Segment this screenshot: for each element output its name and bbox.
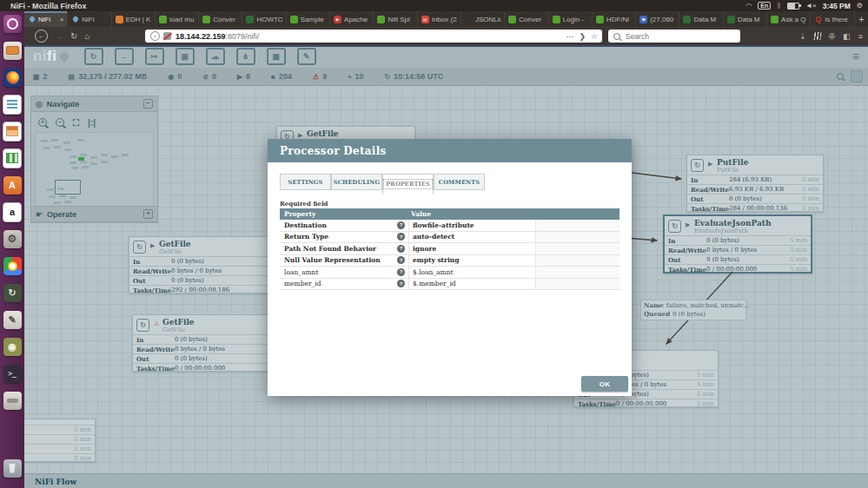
property-info-icon[interactable]: ? <box>397 245 405 253</box>
dock-files[interactable] <box>3 41 22 60</box>
property-value-cell[interactable]: flowfile-attribute <box>408 220 535 231</box>
minimap-viewport[interactable] <box>55 180 81 195</box>
property-info-icon[interactable]: ? <box>397 233 405 241</box>
dock-amazon[interactable]: a <box>3 202 22 221</box>
browser-tab[interactable]: NiFi <box>68 11 111 27</box>
breadcrumb[interactable]: NiFi Flow <box>35 478 76 486</box>
property-info-icon[interactable]: ? <box>397 256 405 264</box>
wifi-icon[interactable]: ◠ <box>745 0 752 11</box>
clock[interactable]: 3:45 PM <box>823 2 851 10</box>
volume-muted-icon[interactable]: ◄× <box>805 0 817 11</box>
label-icon[interactable]: ✎ <box>297 48 316 65</box>
dock-firefox[interactable] <box>3 68 22 87</box>
processor-icon[interactable]: ↻ <box>84 48 103 65</box>
keyboard-layout-indicator[interactable]: En <box>758 2 771 10</box>
library-icon[interactable] <box>813 32 821 40</box>
browser-tab[interactable]: ▶Apache <box>330 11 374 27</box>
browser-tab[interactable]: HOWTO <box>242 11 286 27</box>
property-info-icon[interactable]: ? <box>397 268 405 276</box>
browser-tab[interactable]: Data M <box>724 11 767 27</box>
property-value-cell[interactable]: auto-detect <box>408 232 535 243</box>
back-button[interactable]: ← <box>35 30 48 43</box>
property-info-icon[interactable]: ? <box>397 280 405 287</box>
browser-tab[interactable]: Sample <box>287 11 330 27</box>
search-input[interactable] <box>624 31 723 42</box>
page-actions-icon[interactable]: ⋯ <box>566 32 573 41</box>
dialog-tab-comments[interactable]: COMMENTS <box>434 174 485 190</box>
screenshots-icon[interactable]: ✇ <box>829 32 836 41</box>
global-menu-icon[interactable]: ≡ <box>852 49 859 63</box>
template-icon[interactable]: ▦ <box>267 48 286 65</box>
dock-chrome[interactable] <box>3 256 22 275</box>
dock-ubuntu[interactable] <box>3 14 22 33</box>
pocket-icon[interactable]: ❯ <box>579 32 586 41</box>
battery-icon[interactable] <box>787 3 799 10</box>
dock-terminal[interactable]: >_ <box>3 364 22 383</box>
browser-tab[interactable]: Data M <box>679 11 723 27</box>
bluetooth-icon[interactable]: ᛒ <box>777 0 781 11</box>
browser-tab[interactable]: HDF/Ni <box>593 11 636 27</box>
dialog-tab-settings[interactable]: SETTINGS <box>280 174 331 190</box>
dock-libreoffice-impress[interactable] <box>3 122 22 141</box>
browser-tab[interactable]: NiFi× <box>24 11 68 27</box>
expand-operate-button[interactable]: + <box>143 209 153 219</box>
ok-button[interactable]: OK <box>581 376 628 392</box>
browser-tab[interactable]: Conver <box>199 11 242 27</box>
settings-square-icon[interactable] <box>851 70 863 82</box>
operate-header[interactable]: ☛ Operate + <box>31 207 157 222</box>
dock-libreoffice-writer[interactable] <box>3 95 22 114</box>
downloads-icon[interactable]: ⇣ <box>799 32 806 41</box>
browser-tab[interactable]: Conver <box>505 11 548 27</box>
browser-tab[interactable]: EDH | K <box>112 11 156 27</box>
input-port-icon[interactable]: → <box>115 48 134 65</box>
dock-disk-utility[interactable] <box>3 391 22 410</box>
dock-screenshot-tool[interactable]: ◉ <box>3 337 22 356</box>
search-bar[interactable] <box>608 30 740 43</box>
browser-tab[interactable]: JSONLint - <box>461 11 505 27</box>
property-value-cell[interactable]: $.member_id <box>408 279 535 290</box>
url-bar[interactable]: i 18.144.22.159:8079/nifi/ ⋯ ❯ ☆ <box>145 30 602 43</box>
new-tab-button[interactable]: + <box>855 11 868 27</box>
property-value-cell[interactable]: ignore <box>408 243 535 254</box>
bookmark-star-icon[interactable]: ☆ <box>591 32 598 41</box>
dock-libreoffice-calc[interactable] <box>3 148 22 168</box>
funnel-icon[interactable]: ⋔ <box>236 48 255 65</box>
page-info-icon[interactable]: i <box>150 31 160 41</box>
navigate-header[interactable]: ◎ Navigate − <box>31 96 157 112</box>
browser-tab[interactable]: ⚑(27,060 <box>636 11 679 27</box>
dock-backup-tool[interactable]: ↻ <box>3 283 22 302</box>
zoom-in-icon[interactable]: + <box>38 118 47 127</box>
tab-close-icon[interactable]: × <box>60 16 64 23</box>
birdseye-minimap[interactable] <box>35 132 154 217</box>
dock-system-settings[interactable]: ⚙ <box>3 229 22 248</box>
process-group-icon[interactable]: ▣ <box>176 48 195 65</box>
remote-process-group-icon[interactable]: ☁ <box>206 48 225 65</box>
dialog-tab-scheduling[interactable]: SCHEDULING <box>331 174 382 190</box>
zoom-actual-icon[interactable]: |:| <box>88 118 96 129</box>
browser-tab[interactable]: Login - <box>549 11 593 27</box>
browser-tab[interactable]: load mu <box>156 11 199 27</box>
home-button[interactable]: ⌂ <box>84 31 89 41</box>
browser-tab[interactable]: Nifi Spl <box>374 11 417 27</box>
collapse-navigate-button[interactable]: − <box>143 99 153 109</box>
zoom-out-icon[interactable]: − <box>56 118 64 127</box>
browser-tab[interactable]: QIs there <box>811 11 854 27</box>
property-value-cell[interactable]: $.loan_amnt <box>408 267 535 278</box>
property-value-cell[interactable]: empty string <box>408 255 535 267</box>
browser-tab[interactable]: ✉Inbox (2 <box>418 11 461 27</box>
dock-software-center[interactable]: A <box>3 175 22 195</box>
menu-icon[interactable]: ≡ <box>858 32 863 41</box>
dock-trash[interactable] <box>3 458 22 478</box>
dialog-tab-properties[interactable]: PROPERTIES <box>382 174 434 195</box>
zoom-fit-icon[interactable]: ⛶ <box>73 118 79 129</box>
reload-button[interactable]: ↻ <box>70 31 77 41</box>
forward-button[interactable]: → <box>55 31 63 41</box>
connection-label[interactable]: Namefailure, matched, unmatc... Queued0 … <box>640 300 746 320</box>
insecure-connection-icon[interactable] <box>163 32 171 40</box>
canvas-search-icon[interactable] <box>837 73 844 80</box>
sidebar-icon[interactable]: ◧ <box>843 32 851 41</box>
browser-tab[interactable]: Ask a Q <box>767 11 811 27</box>
property-info-icon[interactable]: ? <box>397 221 405 229</box>
dock-text-editor[interactable]: ✎ <box>3 310 22 329</box>
session-gear-icon[interactable]: ⚙ <box>857 0 863 11</box>
